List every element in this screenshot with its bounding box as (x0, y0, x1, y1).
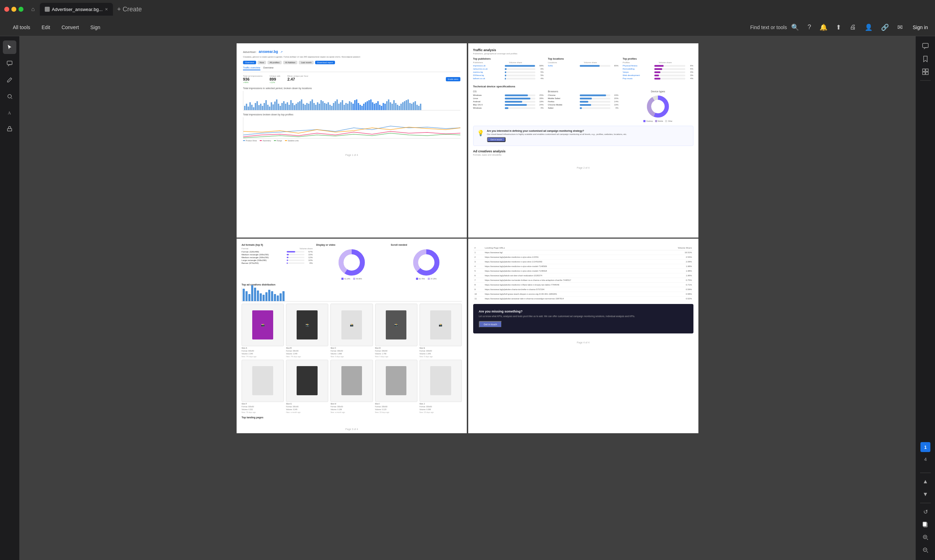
upload-icon[interactable]: ⬆ (835, 22, 843, 33)
creatives-row1: 📸 Slot A Format: 330x50 Volume: 2.345 Ne… (242, 304, 462, 357)
browsers-col: Browsers Chrome 43%Mobile Safari 20%Fire… (548, 90, 618, 122)
external-link-icon[interactable]: ↗ (280, 51, 283, 54)
sidebar-comment-icon[interactable] (3, 57, 16, 70)
dark-cta-btn[interactable]: Get in touch (479, 321, 502, 328)
tab-favicon (45, 7, 50, 12)
sidebar-stamp-icon[interactable] (3, 122, 16, 135)
tab-traffic-overview[interactable]: Traffic overview (243, 66, 260, 70)
right-sidebar: 1 4 ▲ ▼ ↺ (915, 36, 935, 560)
refresh-icon[interactable]: ↺ (919, 506, 932, 517)
table-row: 4 https://answear.bg/p/jakobe-medicine-n… (473, 264, 693, 269)
help-icon[interactable]: ? (806, 22, 812, 32)
signin-label[interactable]: Sign in (913, 25, 928, 30)
sidebar-loop-icon[interactable] (3, 89, 16, 103)
advertiser-header: Advertiser: answear.bg ↗ (243, 50, 461, 54)
btn-download-report[interactable]: Download report (315, 61, 335, 64)
scroll-needed-donut (412, 248, 441, 277)
sidebar-pencil-icon[interactable] (3, 73, 16, 87)
svg-point-1 (8, 94, 11, 98)
toolbar-right: Find text or tools 🔍 ? 🔔 ⬆ 🖨 👤 🔗 ✉ Sign … (750, 22, 928, 33)
svg-rect-17 (926, 72, 928, 75)
svg-rect-19 (923, 522, 926, 526)
find-text-label: Find text or tools (750, 25, 787, 30)
chevron-up-icon[interactable]: ▲ (919, 476, 932, 487)
cta-get-in-touch-button[interactable]: Get in touch (487, 137, 505, 142)
filter-buttons: Overview Now All profiles AI Addition La… (243, 61, 461, 64)
copy-page-icon[interactable] (919, 519, 932, 530)
btn-all-profiles[interactable]: All profiles (268, 61, 282, 64)
home-icon[interactable]: ⌂ (31, 6, 35, 12)
stat-unique-ads: Unique ads 899 +12% (270, 75, 280, 83)
main-layout: A Advertiser: answear.bg ↗ Справка, дясн… (0, 36, 935, 560)
menu-sign[interactable]: Sign (85, 22, 106, 32)
tab-bar: Advertiser_answear.bg... ✕ + Create (40, 3, 145, 15)
svg-text:A: A (8, 111, 11, 115)
content-area[interactable]: Advertiser: answear.bg ↗ Справка, дяснсл… (20, 36, 915, 560)
btn-overview[interactable]: Overview (243, 61, 256, 64)
cta-icon: 💡 (477, 129, 484, 136)
creative-item-2: Slot J Format: 330x50 Volume: 0.098 New:… (419, 360, 462, 413)
chart-impressions-by-location: Total impressions in selected period, br… (243, 87, 461, 111)
zoom-in-icon[interactable] (919, 532, 932, 543)
donut-legend: Desktop Mobile Other (643, 120, 673, 122)
creative-item-2: Slot F Format: 330x50 Volume: 0.321 New:… (242, 360, 284, 413)
close-button[interactable] (4, 7, 9, 12)
ad-formats-grid: Ad formats (top 5) FormatVolume share Fo… (242, 244, 462, 280)
dark-cta-banner: Are you missing something? Let us know w… (473, 304, 693, 334)
chevron-down-icon[interactable]: ▼ (919, 489, 932, 500)
btn-ai-addition[interactable]: AI Addition (283, 61, 298, 64)
scroll-needed-col: Scroll needed 62.75% 37.25% (391, 244, 462, 280)
comment-panel-icon[interactable] (919, 40, 932, 52)
mail-icon[interactable]: ✉ (896, 22, 904, 33)
sidebar-divider-3 (920, 503, 931, 503)
maximize-button[interactable] (18, 7, 23, 12)
menu-all-tools[interactable]: All tools (7, 22, 36, 32)
tab-overview[interactable]: Overview (263, 66, 274, 70)
zoom-out-icon[interactable] (919, 545, 932, 556)
grid-icon[interactable] (919, 66, 932, 77)
device-types-col: Device types Desktop Mobile Other (623, 90, 693, 122)
page-num-4-badge[interactable]: 4 (920, 454, 930, 464)
sidebar-divider (920, 80, 931, 81)
link-icon[interactable]: 🔗 (880, 22, 890, 33)
svg-rect-15 (926, 69, 928, 71)
dark-cta-text: Let us know what KPIs, analyses and tool… (479, 315, 688, 318)
active-tab[interactable]: Advertiser_answear.bg... ✕ (40, 3, 113, 15)
advertiser-label: Advertiser: (243, 51, 256, 54)
page-num-1-badge[interactable]: 1 (920, 442, 930, 452)
new-tab-button[interactable]: + Create (114, 5, 145, 14)
btn-now[interactable]: Now (257, 61, 266, 64)
menu-convert[interactable]: Convert (56, 22, 85, 32)
page-3-footer: Page 3 of 4 (237, 425, 467, 433)
creative-item: 📸 Slot C Format: 330x50 Volume: 1.895 Ne… (330, 304, 373, 357)
svg-rect-3 (8, 129, 12, 131)
toolbar-menu: All tools Edit Convert Sign (7, 22, 106, 32)
traffic-grid: Top publishers PublishersVolume share im… (473, 57, 693, 81)
section-tabs: Traffic overview Overview (243, 66, 461, 72)
col-volume-share: Volume Share (660, 246, 693, 250)
creative-item-2: Slot H Format: 330x50 Volume: 0.189 New:… (330, 360, 373, 413)
tab-close-icon[interactable]: ✕ (105, 7, 108, 12)
creatives-section: 📸 Slot A Format: 330x50 Volume: 2.345 Ne… (242, 304, 462, 357)
bell-icon[interactable]: 🔔 (818, 22, 829, 33)
btn-last-month[interactable]: Last month (299, 61, 314, 64)
landing-pages-header: Top landing pages (242, 416, 462, 418)
btn-enable-alerts[interactable]: Enable alerts (446, 77, 461, 81)
traffic-analysis-title: Traffic analysis (473, 48, 693, 52)
sidebar-text-icon[interactable]: A (3, 106, 16, 119)
account-icon[interactable]: 👤 (863, 22, 874, 33)
left-sidebar: A (0, 36, 20, 560)
tech-section: Technical device specifications OS Windo… (473, 85, 693, 122)
page-2-footer: Page 2 of 4 (468, 164, 698, 172)
dark-cta-title: Are you missing something? (479, 310, 688, 313)
locations-col: Top locations LocationsVolume share Sofi… (548, 57, 618, 81)
print-icon[interactable]: 🖨 (848, 22, 858, 32)
sidebar-cursor-icon[interactable] (3, 40, 16, 54)
traffic-analysis-subtitle: Publishers, geographical coverage and pr… (473, 52, 693, 55)
menu-edit[interactable]: Edit (36, 22, 56, 32)
minimize-button[interactable] (11, 7, 16, 12)
search-icon[interactable]: 🔍 (790, 22, 800, 33)
bar-chart-area (243, 91, 461, 111)
page-2: Traffic analysis Publishers, geographica… (468, 43, 698, 238)
bookmark-icon[interactable] (919, 53, 932, 65)
